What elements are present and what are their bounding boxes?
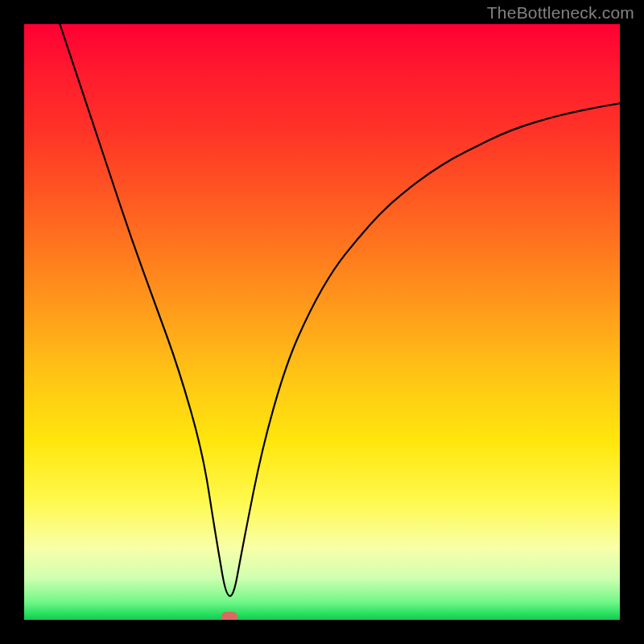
chart-frame: TheBottleneck.com <box>0 0 644 644</box>
curve-layer <box>24 24 620 620</box>
plot-area <box>24 24 620 620</box>
bottleneck-curve <box>60 24 620 596</box>
optimal-point-marker <box>221 612 237 620</box>
watermark-text: TheBottleneck.com <box>487 3 634 23</box>
